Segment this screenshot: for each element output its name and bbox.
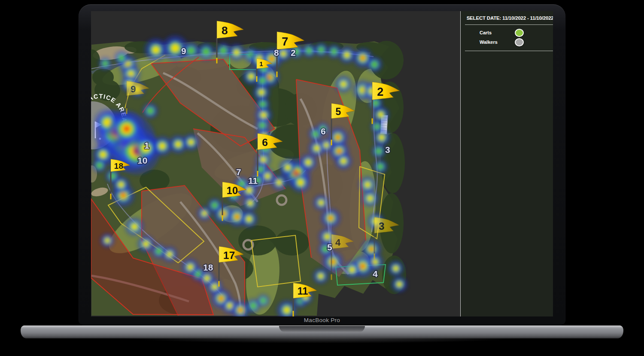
- heat-blob: [197, 43, 215, 61]
- hole-label-1: 1: [144, 140, 149, 150]
- date-range-selector[interactable]: SELECT DATE: 11/10/2022 - 11/10/2022 ▾: [461, 11, 553, 24]
- course-map-area[interactable]: PRACTICE AREA 87125691018171134 98211071…: [91, 11, 460, 316]
- heat-blob: [366, 56, 382, 72]
- laptop-shadow: [52, 338, 592, 345]
- flag-number: 3: [379, 220, 385, 232]
- heat-blob: [314, 43, 328, 57]
- carts-toggle-dot[interactable]: [515, 29, 524, 37]
- walkers-label: Walkers: [480, 40, 510, 45]
- heat-blob: [388, 260, 404, 276]
- flag-number: 17: [223, 250, 235, 261]
- heat-blob: [371, 144, 386, 158]
- app-screen: PRACTICE AREA 87125691018171134 98211071…: [91, 11, 553, 316]
- laptop-base: [21, 326, 623, 338]
- flag-number: 11: [298, 286, 308, 297]
- carts-label: Carts: [480, 30, 510, 35]
- laptop-hinge-notch: [279, 326, 365, 332]
- hole-label-4: 4: [373, 269, 378, 279]
- hole-label-9: 9: [181, 46, 186, 56]
- heat-blob: [228, 44, 246, 61]
- flag-pennant-icon: 8: [217, 21, 243, 39]
- walkers-toggle-dot[interactable]: [515, 38, 524, 46]
- course-heatmap[interactable]: PRACTICE AREA 87125691018171134 98211071…: [91, 11, 460, 316]
- hole-label-6: 6: [321, 126, 326, 136]
- sidebar: SELECT DATE: 11/10/2022 - 11/10/2022 ▾ C…: [460, 11, 553, 316]
- heat-blob: [335, 76, 352, 93]
- laptop-screen-bezel: PRACTICE AREA 87125691018171134 98211071…: [79, 4, 565, 325]
- heat-blob: [197, 206, 212, 221]
- heat-blob: [125, 217, 144, 236]
- heat-blob: [361, 190, 379, 207]
- heat-blob: [271, 174, 287, 190]
- heat-blob: [290, 172, 311, 193]
- legend: Carts Walkers: [461, 25, 553, 51]
- hole-label-18: 18: [203, 262, 213, 272]
- hole-label-7: 7: [236, 167, 241, 177]
- heat-blob: [100, 233, 115, 248]
- hole-label-8: 8: [274, 48, 279, 58]
- heat-blob: [161, 246, 177, 262]
- heat-blob: [373, 159, 388, 174]
- hole-label-11: 11: [248, 176, 258, 186]
- flag-number: 10: [227, 185, 238, 196]
- heat-blob: [313, 268, 328, 284]
- hole-label-3: 3: [385, 145, 390, 155]
- flag-number: 7: [282, 35, 288, 48]
- heat-blob: [142, 103, 158, 119]
- heat-blob: [335, 152, 352, 170]
- heat-blob: [320, 208, 341, 228]
- heat-blob: [343, 261, 361, 279]
- hole-label-5: 5: [327, 242, 332, 252]
- heat-blob: [391, 276, 407, 292]
- hole-label-10: 10: [137, 155, 147, 165]
- heat-blob: [92, 158, 107, 173]
- heat-blob: [313, 195, 329, 210]
- flag-number: 5: [336, 106, 341, 117]
- flag-number: 18: [114, 161, 123, 170]
- flag-number: 2: [377, 85, 383, 98]
- heat-blob: [257, 294, 270, 307]
- flag-number: 1: [259, 60, 263, 67]
- heat-blob: [99, 57, 112, 70]
- flag-number: 8: [222, 24, 228, 37]
- legend-row-walkers[interactable]: Walkers: [461, 37, 553, 47]
- heat-blob: [182, 134, 200, 151]
- legend-row-carts[interactable]: Carts: [461, 28, 553, 37]
- heat-blob: [240, 210, 258, 228]
- flag-number: 9: [131, 84, 136, 94]
- flag-number: 6: [262, 137, 268, 148]
- sidebar-divider: [465, 51, 553, 51]
- heat-blob: [279, 159, 297, 176]
- flag-number: 4: [335, 237, 341, 248]
- macbook-brand-label: MacBook Pro: [79, 317, 565, 323]
- date-range-text: SELECT DATE: 11/10/2022 - 11/10/2022: [467, 15, 553, 21]
- heat-blob: [114, 51, 129, 65]
- hole-label-2: 2: [291, 48, 296, 58]
